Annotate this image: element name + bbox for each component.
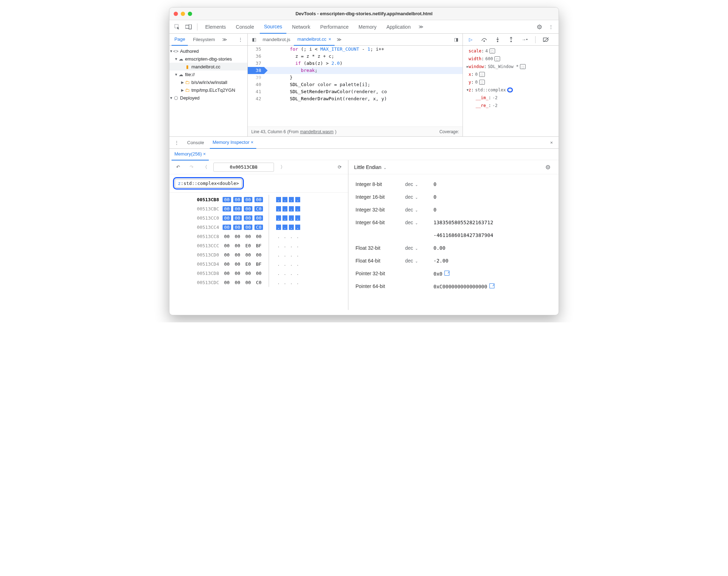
scope-object-chip[interactable]: z: std::complex<double> xyxy=(173,177,244,190)
next-page-icon[interactable]: 〉 xyxy=(278,163,287,172)
code-line[interactable]: 38 break; xyxy=(248,67,463,74)
close-drawer-icon[interactable]: × xyxy=(547,138,556,147)
toggle-debugger-icon[interactable]: ◨ xyxy=(451,35,461,44)
close-tab-icon[interactable]: × xyxy=(203,151,206,157)
deactivate-breakpoints-icon[interactable] xyxy=(541,35,551,44)
tree-filegroup[interactable]: ▼☁file:// xyxy=(169,70,247,78)
more-tabs-icon[interactable]: ≫ xyxy=(416,24,426,29)
kebab-menu-icon[interactable]: ⋮ xyxy=(546,22,556,32)
device-toolbar-icon[interactable] xyxy=(184,22,194,32)
tab-elements[interactable]: Elements xyxy=(201,20,230,34)
code-line[interactable]: 36 z = z * z + c; xyxy=(248,53,463,60)
scope-var-x[interactable]: x: 0 xyxy=(465,70,556,78)
code-line[interactable]: 35 for (; i < MAX_ITER_COUNT - 1; i++ xyxy=(248,46,463,53)
reveal-in-memory-icon[interactable] xyxy=(489,49,495,53)
address-input[interactable] xyxy=(213,163,274,172)
tab-performance[interactable]: Performance xyxy=(316,20,353,34)
close-window-button[interactable] xyxy=(174,12,178,16)
reveal-in-memory-icon[interactable] xyxy=(479,72,485,77)
tab-console[interactable]: Console xyxy=(231,20,258,34)
scope-var-width[interactable]: width: 600 xyxy=(465,55,556,63)
maximize-window-button[interactable] xyxy=(188,12,192,16)
editor-more-icon[interactable]: ≫ xyxy=(335,37,344,42)
close-tab-icon[interactable]: × xyxy=(329,36,331,42)
tree-deployed[interactable]: ▼⬡Deployed xyxy=(169,94,247,102)
value-settings-icon[interactable] xyxy=(543,163,553,172)
scope-var-__im_[interactable]: __im_: -2 xyxy=(465,94,556,102)
tree-folder2[interactable]: ▶🗀tmp/tmp.ELcTq2YGN xyxy=(169,86,247,94)
encoding-select[interactable]: dec ⌄ xyxy=(405,245,433,251)
code-line[interactable]: 42 SDL_RenderDrawPoint(renderer, x, y) xyxy=(248,95,463,102)
resume-icon[interactable]: ▷ xyxy=(466,35,476,44)
hex-row[interactable]: 00513CC4000000C0.... xyxy=(191,222,348,232)
scope-var-z[interactable]: ▼ z: std::complex xyxy=(465,86,556,94)
toggle-navigator-icon[interactable]: ◧ xyxy=(249,35,259,44)
encoding-select[interactable]: dec ⌄ xyxy=(405,220,433,225)
undo-icon[interactable]: ↶ xyxy=(173,163,183,172)
minimize-window-button[interactable] xyxy=(181,12,185,16)
sidebar-tab-filesystem[interactable]: Filesystem xyxy=(190,34,218,46)
tab-network[interactable]: Network xyxy=(288,20,314,34)
refresh-icon[interactable]: ⟳ xyxy=(335,163,345,172)
tree-folder1[interactable]: ▶🗀b/s/w/ir/x/w/install xyxy=(169,78,247,86)
value-row: -4611686018427387904 xyxy=(355,229,551,242)
memory-buffer-tab[interactable]: Memory(256) × xyxy=(172,148,209,160)
reveal-in-memory-icon[interactable] xyxy=(479,80,485,85)
step-out-icon[interactable] xyxy=(506,35,516,44)
step-over-icon[interactable] xyxy=(479,35,489,44)
hex-row[interactable]: 00513CB800000000.... xyxy=(191,195,348,204)
close-tab-icon[interactable]: × xyxy=(251,140,253,145)
code-view[interactable]: 35 for (; i < MAX_ITER_COUNT - 1; i++36 … xyxy=(248,46,463,126)
sidebar-more-icon[interactable]: ≫ xyxy=(220,37,229,42)
hex-row[interactable]: 00513CD800000000.... xyxy=(191,269,348,278)
scope-var-scale[interactable]: scale: 4 xyxy=(465,47,556,55)
reveal-in-memory-icon[interactable] xyxy=(520,64,526,69)
reveal-in-memory-icon[interactable] xyxy=(507,87,513,92)
scope-var-y[interactable]: y: 0 xyxy=(465,78,556,86)
encoding-select[interactable]: dec ⌄ xyxy=(405,181,433,187)
navigator-sidebar: Page Filesystem ≫ ⋮ ▼<>Authored ▼☁emscri… xyxy=(169,34,247,136)
endianness-select[interactable]: Little Endian ⌄ xyxy=(354,164,386,170)
hex-grid[interactable]: 00513CB800000000....00513CBC000000C0....… xyxy=(169,193,348,289)
tree-authored[interactable]: ▼<>Authored xyxy=(169,47,247,55)
step-icon[interactable]: →• xyxy=(520,35,530,44)
drawer-tab-console[interactable]: Console xyxy=(184,137,207,149)
scope-var-__re_[interactable]: __re_: -2 xyxy=(465,102,556,109)
step-into-icon[interactable] xyxy=(493,35,503,44)
encoding-select[interactable]: dec ⌄ xyxy=(405,207,433,213)
jump-to-address-icon[interactable] xyxy=(489,283,494,288)
jump-to-address-icon[interactable] xyxy=(444,271,449,276)
tree-file-mandelbrot[interactable]: ▮mandelbrot.cc xyxy=(169,63,247,70)
wasm-source-link[interactable]: mandelbrot.wasm xyxy=(300,129,334,134)
inspect-element-icon[interactable] xyxy=(172,22,182,32)
hex-row[interactable]: 00513CC000000000.... xyxy=(191,213,348,222)
encoding-select[interactable]: dec ⌄ xyxy=(405,194,433,200)
hex-row[interactable]: 00513CDC000000C0.... xyxy=(191,278,348,287)
hex-row[interactable]: 00513CD40000E0BF.... xyxy=(191,259,348,269)
tree-project[interactable]: ▼☁emscripten-dbg-stories xyxy=(169,55,247,63)
svg-point-7 xyxy=(510,41,512,42)
scope-var-window[interactable]: ▶ window: SDL_Window * xyxy=(465,63,556,70)
drawer-tab-memory-inspector[interactable]: Memory Inspector × xyxy=(210,137,256,149)
sidebar-menu-icon[interactable]: ⋮ xyxy=(235,35,245,44)
tab-sources[interactable]: Sources xyxy=(260,20,286,34)
encoding-select[interactable]: dec ⌄ xyxy=(405,258,433,264)
settings-icon[interactable] xyxy=(534,22,544,32)
hex-row[interactable]: 00513CD000000000.... xyxy=(191,250,348,259)
tab-application[interactable]: Application xyxy=(382,20,415,34)
code-line[interactable]: 39 } xyxy=(248,74,463,81)
reveal-in-memory-icon[interactable] xyxy=(494,56,500,61)
hex-row[interactable]: 00513CBC000000C0.... xyxy=(191,204,348,213)
prev-page-icon[interactable]: 〈 xyxy=(200,163,210,172)
tab-memory[interactable]: Memory xyxy=(354,20,381,34)
code-line[interactable]: 37 if (abs(z) > 2.0) xyxy=(248,60,463,67)
code-line[interactable]: 41 SDL_SetRenderDrawColor(renderer, co xyxy=(248,88,463,95)
code-line[interactable]: 40 SDL_Color color = palette[i]; xyxy=(248,81,463,88)
hex-row[interactable]: 00513CC800000000.... xyxy=(191,232,348,241)
sidebar-tab-page[interactable]: Page xyxy=(172,34,188,46)
drawer-menu-icon[interactable]: ⋮ xyxy=(172,138,181,147)
redo-icon[interactable]: ↷ xyxy=(186,163,196,172)
editor-tab-js[interactable]: mandelbrot.js xyxy=(259,34,294,46)
editor-tab-cc[interactable]: mandelbrot.cc× xyxy=(294,34,335,46)
hex-row[interactable]: 00513CCC0000E0BF.... xyxy=(191,241,348,250)
